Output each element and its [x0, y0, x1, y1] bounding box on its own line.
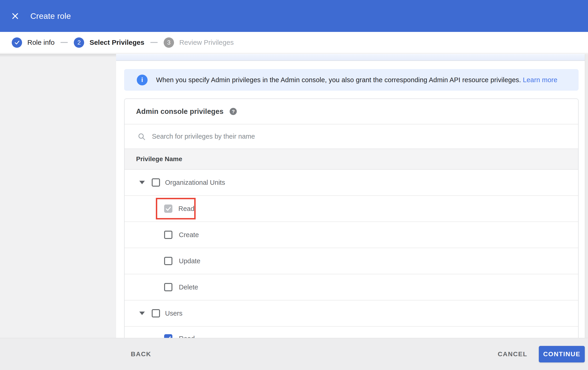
back-button[interactable]: BACK	[131, 350, 151, 358]
annotation-highlight-box: Read	[156, 198, 196, 220]
privilege-row: Organizational Units	[125, 170, 578, 196]
privilege-checkbox[interactable]	[164, 257, 172, 265]
scrollbar-track[interactable]	[585, 54, 588, 338]
privilege-checkbox[interactable]	[164, 204, 172, 213]
privilege-row: Delete	[125, 274, 578, 300]
step-label: Role info	[27, 39, 54, 46]
step-connector	[150, 42, 158, 43]
privilege-label: Read	[178, 205, 194, 212]
privilege-checkbox[interactable]	[152, 178, 160, 187]
step-review-privileges: 3 Review Privileges	[164, 37, 234, 48]
privilege-checkbox[interactable]	[164, 231, 172, 239]
privilege-row: Read	[125, 196, 578, 222]
privilege-checkbox[interactable]	[164, 283, 172, 291]
stepper: Role info 2 Select Privileges 3 Review P…	[0, 32, 588, 53]
expand-arrow-icon[interactable]	[139, 181, 145, 184]
privilege-row: Update	[125, 248, 578, 274]
step-role-info[interactable]: Role info	[12, 37, 54, 48]
privilege-row: Read	[125, 327, 578, 338]
close-x-glyph	[11, 12, 20, 20]
dialog-title: Create role	[30, 11, 71, 21]
info-banner: i When you specify Admin privileges in t…	[124, 69, 578, 91]
step-number-badge: 2	[74, 37, 84, 48]
step-label: Select Privileges	[89, 39, 144, 46]
help-icon[interactable]: ?	[230, 108, 237, 115]
banner-text: When you specify Admin privileges in the…	[156, 76, 557, 84]
privilege-label: Organizational Units	[165, 179, 225, 186]
step-number-badge: 3	[164, 37, 174, 48]
column-header: Privilege Name	[136, 155, 182, 163]
privilege-label: Update	[179, 257, 200, 265]
privilege-rows: Organizational UnitsReadCreateUpdateDele…	[125, 170, 578, 338]
table-header: Privilege Name	[125, 149, 578, 170]
privilege-label: Users	[165, 310, 182, 317]
expand-arrow-icon[interactable]	[139, 312, 145, 315]
close-icon[interactable]	[10, 11, 20, 21]
search-row	[125, 124, 578, 149]
cancel-button[interactable]: CANCEL	[498, 350, 527, 358]
privilege-row: Users	[125, 300, 578, 327]
learn-more-link[interactable]: Learn more	[523, 76, 557, 84]
dialog-header: Create role	[0, 0, 588, 32]
step-connector	[61, 42, 68, 43]
privilege-checkbox[interactable]	[152, 309, 160, 317]
left-gutter	[0, 54, 116, 370]
privilege-row: Create	[125, 222, 578, 248]
step-select-privileges[interactable]: 2 Select Privileges	[74, 37, 144, 48]
content-pane: i When you specify Admin privileges in t…	[116, 54, 588, 370]
scrolled-row-strip	[116, 54, 585, 61]
search-icon	[137, 132, 146, 141]
banner-message: When you specify Admin privileges in the…	[156, 76, 521, 84]
info-icon: i	[137, 75, 147, 85]
continue-button[interactable]: CONTINUE	[539, 346, 585, 362]
privileges-card: Admin console privileges ? Privilege Nam…	[124, 99, 578, 338]
step-completed-check-icon	[12, 37, 22, 48]
search-input[interactable]	[152, 130, 578, 143]
privilege-label: Create	[179, 231, 199, 239]
dialog-body: i When you specify Admin privileges in t…	[0, 54, 588, 370]
privilege-label: Delete	[179, 283, 198, 291]
footer-bar: BACK CANCEL CONTINUE	[0, 338, 588, 370]
card-title: Admin console privileges	[136, 107, 223, 116]
card-header: Admin console privileges ?	[125, 99, 578, 124]
step-label: Review Privileges	[179, 39, 234, 46]
